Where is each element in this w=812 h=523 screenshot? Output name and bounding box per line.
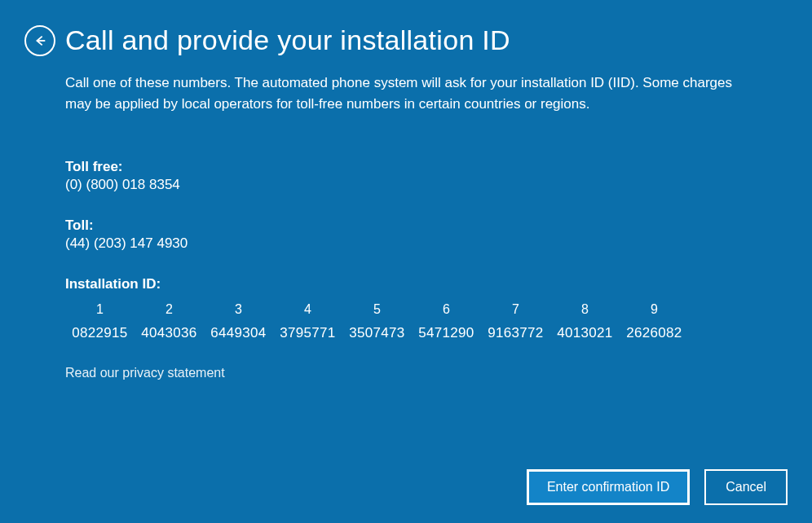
id-column-header: 5 bbox=[342, 302, 412, 317]
back-button[interactable] bbox=[24, 25, 55, 56]
id-column: 6 5471290 bbox=[412, 302, 481, 341]
id-column-header: 1 bbox=[65, 302, 135, 317]
id-column-value: 5471290 bbox=[412, 325, 481, 341]
id-column: 3 6449304 bbox=[204, 302, 273, 341]
id-column-header: 2 bbox=[135, 302, 204, 317]
id-column-header: 4 bbox=[273, 302, 342, 317]
id-column-value: 3507473 bbox=[342, 325, 412, 341]
id-column-value: 9163772 bbox=[481, 325, 550, 341]
toll-free-label: Toll free: bbox=[65, 159, 747, 175]
toll-free-number: (0) (800) 018 8354 bbox=[65, 177, 747, 193]
id-column-value: 4043036 bbox=[135, 325, 204, 341]
installation-id-label: Installation ID: bbox=[65, 276, 747, 292]
id-column-header: 6 bbox=[412, 302, 481, 317]
cancel-button[interactable]: Cancel bbox=[704, 469, 788, 505]
id-column-value: 0822915 bbox=[65, 325, 135, 341]
id-column: 5 3507473 bbox=[342, 302, 412, 341]
id-column: 1 0822915 bbox=[65, 302, 135, 341]
installation-id-grid: 1 0822915 2 4043036 3 6449304 4 3795771 … bbox=[65, 302, 747, 341]
instruction-text: Call one of these numbers. The automated… bbox=[65, 73, 747, 114]
id-column: 4 3795771 bbox=[273, 302, 342, 341]
id-column-value: 4013021 bbox=[550, 325, 620, 341]
id-column-header: 7 bbox=[481, 302, 550, 317]
page-title: Call and provide your installation ID bbox=[65, 24, 510, 56]
enter-confirmation-button[interactable]: Enter confirmation ID bbox=[527, 469, 690, 505]
privacy-statement-link[interactable]: Read our privacy statement bbox=[65, 366, 747, 380]
back-arrow-icon bbox=[33, 33, 47, 48]
id-column-value: 3795771 bbox=[273, 325, 342, 341]
id-column-header: 8 bbox=[550, 302, 620, 317]
id-column: 2 4043036 bbox=[135, 302, 204, 341]
id-column: 9 2626082 bbox=[620, 302, 689, 341]
toll-label: Toll: bbox=[65, 218, 747, 234]
id-column: 8 4013021 bbox=[550, 302, 620, 341]
id-column-header: 3 bbox=[204, 302, 273, 317]
toll-number: (44) (203) 147 4930 bbox=[65, 235, 747, 252]
id-column: 7 9163772 bbox=[481, 302, 550, 341]
id-column-header: 9 bbox=[620, 302, 689, 317]
id-column-value: 2626082 bbox=[620, 325, 689, 341]
id-column-value: 6449304 bbox=[204, 325, 273, 341]
